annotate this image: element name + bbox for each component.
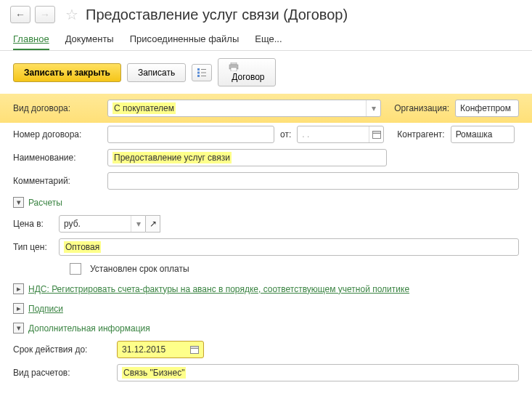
- page-title: Предоставление услуг связи (Договор): [86, 7, 348, 23]
- structure-button[interactable]: [192, 64, 212, 81]
- from-date-field[interactable]: . .: [297, 126, 384, 143]
- nav-forward-button[interactable]: →: [35, 6, 55, 23]
- chevron-down-icon[interactable]: ▾: [366, 100, 380, 116]
- currency-open-button[interactable]: ↗: [146, 215, 160, 233]
- valid-until-value: 31.12.2015: [122, 344, 165, 355]
- print-contract-label: Договор: [232, 72, 264, 82]
- valid-until-field[interactable]: 31.12.2015: [117, 341, 204, 358]
- printer-icon: [229, 62, 264, 71]
- svg-rect-2: [197, 71, 200, 73]
- counterparty-value: Ромашка: [456, 129, 493, 140]
- svg-rect-8: [231, 68, 237, 71]
- print-contract-button[interactable]: Договор: [218, 58, 275, 86]
- svg-rect-5: [201, 76, 206, 76]
- svg-rect-4: [197, 75, 200, 77]
- contract-type-label: Вид договора:: [13, 103, 102, 113]
- calendar-icon[interactable]: [369, 126, 383, 142]
- org-field[interactable]: Конфетпром: [455, 100, 519, 117]
- svg-rect-6: [231, 62, 237, 65]
- section-vat[interactable]: НДС: Регистрировать счета-фактуры на ава…: [28, 284, 409, 294]
- tab-attachments[interactable]: Присоединенные файлы: [130, 31, 240, 50]
- price-type-label: Тип цен:: [13, 242, 53, 252]
- save-button[interactable]: Записать: [127, 63, 186, 82]
- currency-value: руб.: [64, 219, 81, 229]
- arrow-right-icon: →: [40, 9, 50, 20]
- section-payments[interactable]: Расчеты: [28, 198, 62, 208]
- from-label: от:: [280, 129, 291, 140]
- section-toggle-vat[interactable]: ▸: [13, 283, 24, 294]
- section-additional[interactable]: Дополнительная информация: [28, 323, 150, 334]
- valid-until-label: Срок действия до:: [13, 344, 111, 355]
- save-and-close-button[interactable]: Записать и закрыть: [13, 63, 121, 82]
- comment-label: Комментарий:: [13, 176, 102, 186]
- arrow-left-icon: ←: [15, 9, 25, 20]
- price-in-label: Цена в:: [13, 219, 53, 229]
- counterparty-field[interactable]: Ромашка: [451, 126, 515, 143]
- settlement-type-field[interactable]: Связь "Бизнес": [117, 364, 519, 381]
- contract-no-label: Номер договора:: [13, 129, 102, 140]
- contract-type-value: С покупателем: [112, 102, 176, 114]
- comment-field[interactable]: [107, 172, 519, 190]
- due-set-checkbox[interactable]: [70, 263, 81, 275]
- settlement-type-label: Вид расчетов:: [13, 368, 111, 378]
- section-toggle-additional[interactable]: ▾: [13, 323, 24, 334]
- name-label: Наименование:: [13, 153, 102, 163]
- tab-bar: Главное Документы Присоединенные файлы Е…: [0, 28, 532, 51]
- svg-rect-10: [372, 132, 380, 134]
- contract-no-field[interactable]: [107, 126, 274, 143]
- tab-more[interactable]: Еще...: [255, 31, 282, 50]
- chevron-down-icon[interactable]: ▾: [131, 216, 145, 232]
- currency-select[interactable]: руб. ▾: [59, 215, 146, 233]
- name-value: Предоставление услуг связи: [112, 152, 232, 163]
- counterparty-label: Контрагент:: [397, 129, 444, 140]
- section-toggle-signatures[interactable]: ▸: [13, 303, 24, 314]
- from-date-value: . .: [302, 129, 309, 140]
- svg-rect-3: [201, 72, 206, 73]
- tab-main[interactable]: Главное: [13, 31, 49, 50]
- tab-documents[interactable]: Документы: [65, 31, 114, 50]
- due-set-label: Установлен срок оплаты: [90, 264, 189, 274]
- section-signatures[interactable]: Подписи: [28, 304, 63, 314]
- price-type-field[interactable]: Оптовая: [59, 238, 519, 256]
- section-toggle-payments[interactable]: ▾: [13, 197, 24, 208]
- name-field[interactable]: Предоставление услуг связи: [107, 149, 387, 166]
- nav-back-button[interactable]: ←: [10, 6, 30, 23]
- star-icon[interactable]: ☆: [65, 6, 78, 23]
- calendar-icon[interactable]: [187, 343, 202, 356]
- org-value: Конфетпром: [460, 103, 511, 113]
- list-icon: [197, 68, 207, 78]
- open-icon: ↗: [150, 219, 157, 229]
- svg-rect-12: [191, 347, 199, 349]
- svg-rect-1: [201, 69, 206, 70]
- price-type-value: Оптовая: [64, 241, 101, 253]
- org-label: Организация:: [394, 103, 449, 113]
- contract-type-select[interactable]: С покупателем ▾: [107, 100, 381, 117]
- svg-rect-0: [197, 68, 200, 70]
- settlement-type-value: Связь "Бизнес": [122, 367, 186, 379]
